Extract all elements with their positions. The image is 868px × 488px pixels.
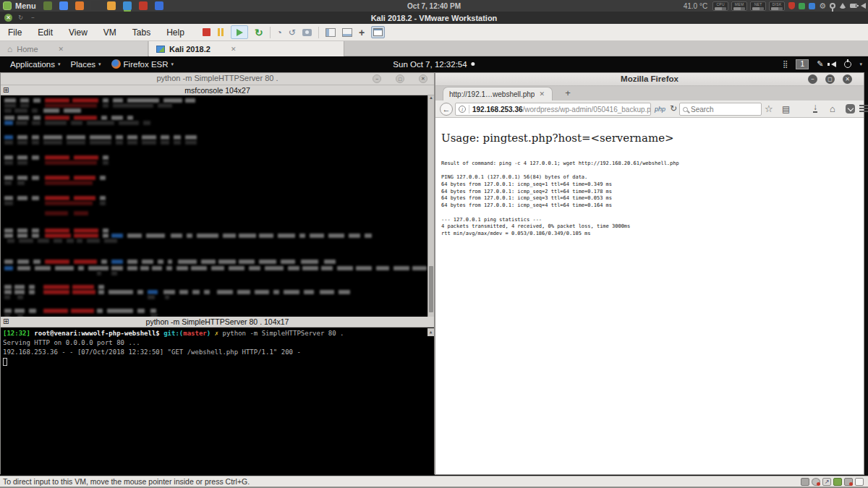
pocket-icon[interactable] — [846, 104, 855, 114]
tab-kali[interactable]: Kali 2018.2 ✕ — [149, 41, 344, 56]
reload-icon[interactable]: ↻ — [670, 103, 677, 114]
files-icon[interactable] — [43, 1, 52, 10]
kali-clock[interactable]: Sun Oct 7, 12:32:54 — [393, 60, 475, 69]
window-minimize-button[interactable]: − — [29, 14, 37, 22]
menu-view[interactable]: View — [61, 27, 95, 38]
library-icon[interactable]: ▤ — [782, 104, 790, 114]
places-menu[interactable]: Places ▾ — [71, 60, 101, 69]
monitor-mem-widget[interactable]: MEM — [731, 1, 747, 11]
back-button[interactable]: ← — [440, 103, 453, 116]
power-icon[interactable] — [844, 61, 851, 68]
bluetooth-icon[interactable] — [809, 3, 815, 9]
firefox-titlebar[interactable]: Mozilla Firefox − ◻ ✕ — [435, 73, 864, 86]
panel-grid-icon[interactable]: ⣿ — [783, 60, 788, 68]
update-manager-icon[interactable]: ⚙ — [819, 2, 826, 10]
monitor-net-widget[interactable]: NET — [750, 1, 766, 11]
terminal-pane-header-httpserver[interactable]: ⊞ python -m SimpleHTTPServer 80 . 104x17 — [1, 317, 434, 328]
wifi-icon[interactable] — [839, 3, 846, 9]
usb-device-icon[interactable] — [833, 478, 842, 486]
firefox-navbar: ← i 192.168.253.36/wordpress/wp-admin/05… — [435, 100, 864, 118]
fullscreen-icon[interactable]: + — [359, 27, 365, 38]
menu-file[interactable]: File — [0, 27, 30, 38]
tab-home[interactable]: ⌂ Home ✕ — [0, 41, 148, 56]
snapshot-take-icon[interactable]: ◔ — [277, 27, 282, 38]
close-button[interactable]: ✕ — [419, 74, 427, 83]
scrollbar-thumb[interactable] — [429, 266, 433, 312]
url-bar[interactable]: i 192.168.253.36/wordpress/wp-admin/0504… — [455, 103, 651, 116]
firewall-icon[interactable] — [788, 2, 795, 9]
maximize-button[interactable]: □ — [396, 74, 404, 83]
menu-tabs[interactable]: Tabs — [124, 27, 158, 38]
browser-orange-icon[interactable] — [75, 1, 84, 10]
shell-pane[interactable]: [12:32] root@venari:wwwolf-php-webshell$… — [1, 328, 434, 475]
new-tab-button[interactable]: + — [560, 87, 576, 98]
msfconsole-pane[interactable]: ▲ — [1, 95, 434, 317]
close-button[interactable]: ✕ — [843, 74, 852, 84]
network-adapter-icon[interactable]: ↗ — [822, 478, 831, 486]
vmware-titlebar[interactable]: ✕ ↻ − Kali 2018.2 - VMware Workstation — [0, 12, 868, 24]
finance-icon[interactable] — [107, 1, 116, 10]
media-player-icon[interactable] — [123, 1, 132, 10]
firefox-app-menu[interactable]: Firefox ESR ▾ — [111, 59, 174, 69]
snapshot-revert-icon[interactable]: ↺ — [289, 27, 296, 38]
close-tab-icon[interactable]: ✕ — [59, 46, 64, 53]
scroll-up-icon[interactable]: ▲ — [427, 328, 434, 336]
vmware-statusbar: To direct input to this VM, move the mou… — [0, 476, 868, 488]
scroll-up-icon[interactable]: ▲ — [429, 95, 433, 100]
volume-icon[interactable] — [831, 61, 836, 67]
grid-layout-icon[interactable]: ⊞ — [3, 85, 9, 95]
menu-hamburger-icon[interactable] — [859, 105, 868, 114]
minimize-button[interactable]: − — [808, 74, 817, 84]
console-view-icon[interactable] — [371, 26, 385, 38]
library-toggle-icon[interactable] — [326, 28, 336, 37]
downloads-icon[interactable]: ↓ — [813, 103, 817, 113]
scrollbar[interactable]: ▲ — [427, 95, 434, 317]
pause-icon[interactable] — [217, 28, 224, 36]
host-clock[interactable]: Oct 7, 12:40 PM — [407, 2, 461, 10]
hard-disk-icon[interactable] — [801, 478, 809, 486]
location-icon[interactable] — [830, 3, 835, 9]
terminal-titlebar[interactable]: python -m SimpleHTTPServer 80 . − □ ✕ — [1, 73, 434, 85]
applications-menu[interactable]: Applications ▾ — [10, 60, 61, 69]
monitor-cpu-widget[interactable]: CPU — [712, 1, 728, 11]
sync-icon[interactable] — [799, 3, 805, 9]
redacted-line — [3, 160, 427, 166]
close-tab-icon[interactable]: ✕ — [231, 46, 237, 53]
power-off-icon[interactable] — [203, 28, 210, 36]
menu-vm[interactable]: VM — [95, 27, 124, 38]
close-tab-icon[interactable]: ✕ — [539, 90, 545, 98]
red-app-icon[interactable] — [139, 1, 148, 10]
window-close-button[interactable]: ✕ — [4, 14, 12, 22]
monitor-disk-widget[interactable]: DISK — [769, 1, 785, 11]
play-icon[interactable] — [231, 25, 248, 39]
chevron-down-icon[interactable]: ▾ — [859, 61, 862, 67]
chrome-icon[interactable] — [59, 1, 68, 10]
window-shade-button[interactable]: ↻ — [17, 14, 25, 22]
thumbnail-bar-icon[interactable] — [342, 28, 352, 37]
grid-layout-icon[interactable]: ⊞ — [3, 317, 9, 326]
pen-icon[interactable]: ✎ — [817, 59, 823, 69]
ink-drop-icon[interactable] — [91, 1, 100, 10]
volume-icon[interactable] — [861, 3, 866, 9]
reset-icon[interactable]: ↻ — [255, 27, 263, 38]
workspace-indicator[interactable]: 1 — [796, 59, 809, 69]
mint-menu-icon[interactable] — [3, 1, 12, 10]
menu-edit[interactable]: Edit — [30, 27, 61, 38]
blue-app-icon[interactable] — [155, 1, 163, 10]
menu-help[interactable]: Help — [158, 27, 192, 38]
minimize-button[interactable]: − — [373, 74, 381, 83]
info-icon[interactable]: i — [459, 106, 466, 113]
host-menu-button[interactable]: Menu — [15, 1, 36, 10]
snapshot-manager-icon[interactable] — [302, 29, 312, 36]
maximize-button[interactable]: ◻ — [825, 74, 835, 84]
home-icon[interactable]: ⌂ — [830, 103, 835, 114]
message-log-icon[interactable] — [855, 478, 864, 486]
home-icon: ⌂ — [7, 44, 12, 54]
sound-device-icon[interactable] — [844, 478, 853, 486]
bookmark-star-icon[interactable]: ☆ — [765, 103, 773, 114]
browser-tab[interactable]: http://192.1…webshell.php ✕ — [443, 87, 553, 100]
search-input[interactable] — [691, 106, 749, 114]
cdrom-icon[interactable] — [812, 478, 820, 486]
terminal-pane-header-msfconsole[interactable]: ⊞ msfconsole 104x27 — [1, 85, 434, 95]
search-bar[interactable] — [679, 103, 762, 116]
